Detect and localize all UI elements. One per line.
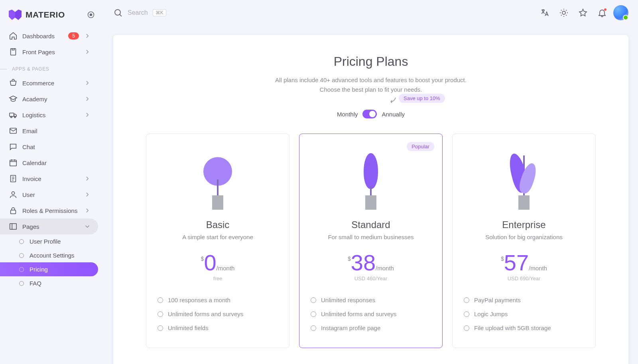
feature-item: File upload with 5GB storage: [464, 321, 584, 335]
plan-price: $ 57 /month: [464, 252, 584, 274]
nav-user[interactable]: User: [0, 187, 98, 203]
plan-illustration: [464, 158, 584, 210]
nav-roles[interactable]: Roles & Permissions: [0, 203, 98, 218]
nav-label: Ecommerce: [22, 80, 79, 87]
nav-academy[interactable]: Academy: [0, 91, 98, 107]
plan-desc: For small to medium businesses: [311, 234, 431, 240]
svg-rect-2: [11, 49, 16, 55]
page-title: Pricing Plans: [128, 54, 614, 69]
plan-price: $ 38 /month: [311, 252, 431, 274]
plan-yearly: free: [158, 275, 278, 282]
collapse-icon[interactable]: [87, 11, 95, 19]
search-icon: [113, 8, 123, 18]
save-chip: Save up to 10%: [399, 94, 445, 103]
feature-item: Instagram profile page: [311, 321, 431, 335]
plan-features: Unlimited responses Unlimited forms and …: [311, 293, 431, 335]
brand-row[interactable]: MATERIO: [0, 6, 104, 28]
svg-rect-7: [10, 160, 17, 166]
nav-label: Pages: [22, 223, 79, 230]
nav-label: Chat: [22, 144, 91, 150]
nav-sub-label: FAQ: [30, 280, 41, 287]
invoice-icon: [9, 174, 18, 183]
main: Search ⌘K Pricing Plans All plans includ…: [104, 0, 638, 364]
brand-name: MATERIO: [26, 10, 65, 20]
nav-label: Logistics: [22, 112, 79, 118]
svg-point-9: [12, 192, 14, 195]
pricing-card: Pricing Plans All plans include 40+ adva…: [113, 35, 628, 364]
chevron-right-icon: [84, 111, 91, 118]
nav-invoice[interactable]: Invoice: [0, 171, 98, 187]
chat-icon: [9, 142, 18, 151]
calendar-icon: [9, 158, 18, 167]
feature-item: Unlimited forms and surveys: [311, 307, 431, 321]
chevron-right-icon: [84, 175, 91, 182]
feature-item: Unlimited forms and surveys: [158, 307, 278, 321]
chevron-down-icon: [84, 223, 91, 230]
nav-sub-label: Account Settings: [30, 252, 75, 259]
language-button[interactable]: [537, 5, 553, 21]
nav-front-pages[interactable]: Front Pages: [0, 44, 98, 60]
nav-email[interactable]: Email: [0, 123, 98, 139]
svg-rect-11: [10, 224, 17, 230]
svg-point-4: [11, 116, 12, 118]
page-subtitle-2: Choose the best plan to fit your needs.: [259, 85, 482, 94]
plan-desc: Solution for big organizations: [464, 234, 584, 240]
page-subtitle-1: All plans include 40+ advanced tools and…: [259, 75, 482, 85]
sub-account-settings[interactable]: Account Settings: [0, 248, 98, 262]
brand-logo-icon: [9, 10, 22, 20]
theme-button[interactable]: [556, 5, 572, 21]
notifications-button[interactable]: [594, 5, 610, 21]
sub-faq[interactable]: FAQ: [0, 276, 98, 290]
nav-pages[interactable]: Pages: [0, 218, 98, 234]
user-avatar[interactable]: [613, 5, 628, 20]
feature-item: PayPal payments: [464, 293, 584, 307]
popular-chip: Popular: [407, 142, 434, 151]
svg-point-13: [562, 11, 565, 14]
nav-logistics[interactable]: Logistics: [0, 107, 98, 123]
plan-price: $ 0 /month: [158, 252, 278, 274]
sub-pricing[interactable]: Pricing: [0, 262, 98, 276]
chevron-right-icon: [84, 32, 91, 39]
chevron-right-icon: [84, 48, 91, 55]
plan-illustration: [158, 158, 278, 210]
favorites-button[interactable]: [575, 5, 591, 21]
chevron-right-icon: [84, 207, 91, 214]
plan-enterprise: Enterprise Solution for big organization…: [452, 134, 596, 348]
star-icon: [578, 8, 588, 18]
arrow-icon: [388, 96, 398, 106]
plan-features: 100 responses a month Unlimited forms an…: [158, 293, 278, 335]
nav-label: Front Pages: [22, 49, 79, 55]
plan-name: Standard: [311, 219, 431, 230]
amount: 0: [204, 252, 216, 274]
billing-switch[interactable]: [362, 110, 377, 118]
sub-user-profile[interactable]: User Profile: [0, 234, 98, 248]
plan-illustration: [311, 158, 431, 210]
plan-features: PayPal payments Logic Jumps File upload …: [464, 293, 584, 335]
nav-section-apps: APPS & PAGES: [0, 60, 104, 75]
nav-badge: 5: [68, 32, 79, 39]
layout-icon: [9, 222, 18, 231]
nav-label: Academy: [22, 96, 79, 102]
lock-icon: [9, 206, 18, 215]
chevron-right-icon: [84, 191, 91, 198]
search-placeholder: Search: [128, 9, 148, 16]
plans-row: Basic A simple start for everyone $ 0 /m…: [128, 134, 614, 348]
notification-dot: [604, 8, 607, 11]
nav-chat[interactable]: Chat: [0, 139, 98, 155]
currency: $: [201, 256, 204, 262]
nav-calendar[interactable]: Calendar: [0, 155, 98, 171]
currency: $: [501, 256, 504, 262]
nav-label: Email: [22, 128, 91, 134]
nav-label: Calendar: [22, 159, 91, 166]
user-icon: [9, 190, 18, 199]
plan-yearly: USD 460/Year: [311, 275, 431, 282]
file-icon: [9, 47, 18, 56]
nav-sub-label: User Profile: [30, 238, 61, 245]
amount: 57: [504, 252, 529, 274]
nav-dashboards[interactable]: Dashboards 5: [0, 28, 98, 44]
toggle-monthly-label: Monthly: [337, 111, 358, 118]
graduation-icon: [9, 94, 18, 103]
nav-ecommerce[interactable]: Ecommerce: [0, 75, 98, 91]
toggle-annually-label: Annually: [382, 111, 405, 118]
search-trigger[interactable]: Search ⌘K: [113, 8, 166, 18]
